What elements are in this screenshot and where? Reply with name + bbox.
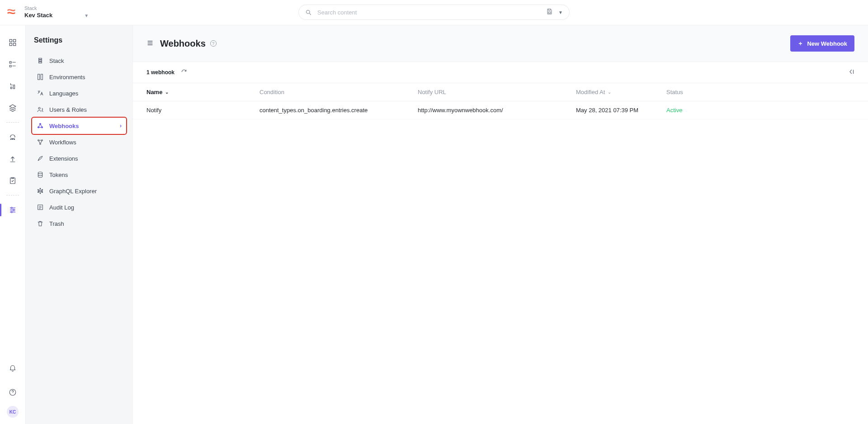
rail-content-models[interactable] bbox=[0, 75, 26, 97]
cell-notify-url: http://www.myownwebhook.com/ bbox=[418, 107, 576, 114]
svg-point-23 bbox=[42, 127, 43, 128]
trash-icon bbox=[37, 220, 44, 227]
rail-tasks[interactable] bbox=[0, 170, 26, 191]
svg-rect-4 bbox=[9, 43, 12, 46]
stack-icon bbox=[37, 57, 44, 64]
svg-rect-16 bbox=[39, 60, 42, 62]
sidebar-label: Trash bbox=[49, 220, 64, 227]
environments-icon bbox=[37, 73, 44, 81]
sidebar-item-trash[interactable]: Trash bbox=[32, 215, 126, 232]
webhooks-icon bbox=[37, 122, 44, 129]
svg-point-9 bbox=[14, 139, 15, 140]
webhook-count: 1 webhook bbox=[146, 69, 175, 76]
sidebar-title: Settings bbox=[34, 36, 124, 44]
svg-point-25 bbox=[42, 140, 43, 141]
svg-point-21 bbox=[40, 124, 41, 125]
svg-point-13 bbox=[11, 211, 12, 213]
sidebar-item-languages[interactable]: Languages bbox=[32, 85, 126, 101]
col-condition[interactable]: Condition bbox=[259, 89, 418, 95]
svg-point-8 bbox=[12, 139, 13, 140]
cell-name: Notify bbox=[146, 107, 259, 114]
plus-icon: ＋ bbox=[797, 39, 803, 48]
help-icon[interactable]: ? bbox=[210, 40, 217, 47]
sidebar-label: Users & Roles bbox=[49, 106, 87, 113]
content-area: Webhooks ? ＋ New Webhook 1 webhook Name … bbox=[133, 25, 868, 424]
search-container: ▼ bbox=[298, 5, 570, 20]
webhooks-table: Name ⌄ Condition Notify URL Modified At … bbox=[133, 83, 868, 119]
stack-picker-name: Kev Stack bbox=[24, 12, 52, 19]
cell-modified-at: May 28, 2021 07:39 PM bbox=[576, 107, 666, 114]
audit-log-icon bbox=[37, 204, 44, 211]
sidebar-label: Extensions bbox=[49, 155, 78, 162]
tokens-icon bbox=[37, 171, 44, 178]
svg-rect-18 bbox=[38, 74, 40, 80]
sidebar-label: Tokens bbox=[49, 172, 68, 178]
svg-point-22 bbox=[38, 127, 39, 128]
svg-rect-17 bbox=[39, 62, 42, 63]
cell-status: Active bbox=[666, 107, 739, 114]
stack-picker-label: Stack bbox=[24, 5, 89, 11]
sidebar-item-extensions[interactable]: Extensions bbox=[32, 150, 126, 167]
new-webhook-button[interactable]: ＋ New Webhook bbox=[790, 35, 854, 52]
rail-notifications[interactable] bbox=[0, 357, 26, 379]
rail-dashboard[interactable] bbox=[0, 32, 26, 53]
collapse-panel-icon[interactable] bbox=[848, 68, 854, 76]
svg-point-33 bbox=[40, 193, 41, 194]
workflows-icon bbox=[37, 138, 44, 146]
graphql-icon bbox=[37, 187, 44, 195]
sidebar-label: Audit Log bbox=[49, 204, 74, 211]
icon-rail: KC bbox=[0, 25, 26, 424]
rail-entries[interactable] bbox=[0, 53, 26, 75]
languages-icon bbox=[37, 90, 44, 97]
sidebar-item-users-roles[interactable]: Users & Roles bbox=[32, 101, 126, 118]
rail-releases[interactable] bbox=[0, 126, 26, 148]
toggle-sidebar-button[interactable] bbox=[146, 39, 154, 48]
sidebar-label: Webhooks bbox=[49, 123, 79, 129]
extensions-icon bbox=[37, 155, 44, 162]
rail-settings[interactable] bbox=[0, 199, 26, 221]
sidebar-item-tokens[interactable]: Tokens bbox=[32, 167, 126, 183]
col-modified-at[interactable]: Modified At ⌄ bbox=[576, 89, 666, 95]
col-notify-url[interactable]: Notify URL bbox=[418, 89, 576, 95]
sidebar-item-graphql[interactable]: GraphQL Explorer bbox=[32, 183, 126, 199]
svg-point-20 bbox=[38, 107, 40, 109]
sidebar-label: Environments bbox=[49, 74, 85, 81]
chevron-down-icon: ▼ bbox=[84, 13, 89, 19]
save-search-icon[interactable] bbox=[546, 8, 553, 16]
refresh-button[interactable] bbox=[181, 69, 187, 76]
chevron-down-icon[interactable]: ▼ bbox=[558, 10, 563, 15]
search-input[interactable] bbox=[317, 9, 541, 16]
svg-point-27 bbox=[38, 172, 42, 174]
table-row[interactable]: Notify content_types.on_boarding.entries… bbox=[133, 101, 868, 119]
sidebar-item-workflows[interactable]: Workflows bbox=[32, 134, 126, 150]
col-name[interactable]: Name ⌄ bbox=[146, 89, 259, 95]
users-icon bbox=[37, 106, 44, 113]
table-subbar: 1 webhook bbox=[133, 62, 868, 83]
svg-rect-15 bbox=[39, 58, 42, 60]
chevron-right-icon: › bbox=[120, 123, 122, 129]
svg-point-0 bbox=[307, 10, 310, 14]
svg-rect-2 bbox=[9, 39, 12, 42]
sidebar-item-webhooks[interactable]: Webhooks › bbox=[32, 118, 126, 134]
user-avatar[interactable]: KC bbox=[7, 406, 19, 418]
svg-point-12 bbox=[13, 210, 14, 211]
sort-asc-icon: ⌄ bbox=[165, 90, 169, 95]
sidebar-item-audit-log[interactable]: Audit Log bbox=[32, 199, 126, 215]
main-layout: KC Settings Stack Environments Languages… bbox=[0, 25, 868, 424]
rail-help[interactable] bbox=[0, 381, 26, 403]
cell-condition: content_types.on_boarding.entries.create bbox=[259, 107, 418, 114]
svg-rect-6 bbox=[9, 62, 11, 63]
rail-assets[interactable] bbox=[0, 97, 26, 119]
sidebar-label: Stack bbox=[49, 57, 64, 64]
stack-picker[interactable]: Stack Kev Stack ▼ bbox=[24, 5, 89, 19]
svg-point-11 bbox=[11, 207, 12, 209]
app-logo bbox=[6, 7, 16, 17]
svg-rect-3 bbox=[14, 39, 16, 42]
col-status[interactable]: Status bbox=[666, 89, 739, 95]
search-icon bbox=[305, 9, 312, 16]
sidebar-item-stack[interactable]: Stack bbox=[32, 52, 126, 69]
svg-rect-19 bbox=[41, 74, 42, 80]
sidebar-item-environments[interactable]: Environments bbox=[32, 69, 126, 85]
rail-publish[interactable] bbox=[0, 148, 26, 170]
svg-point-24 bbox=[38, 140, 39, 141]
